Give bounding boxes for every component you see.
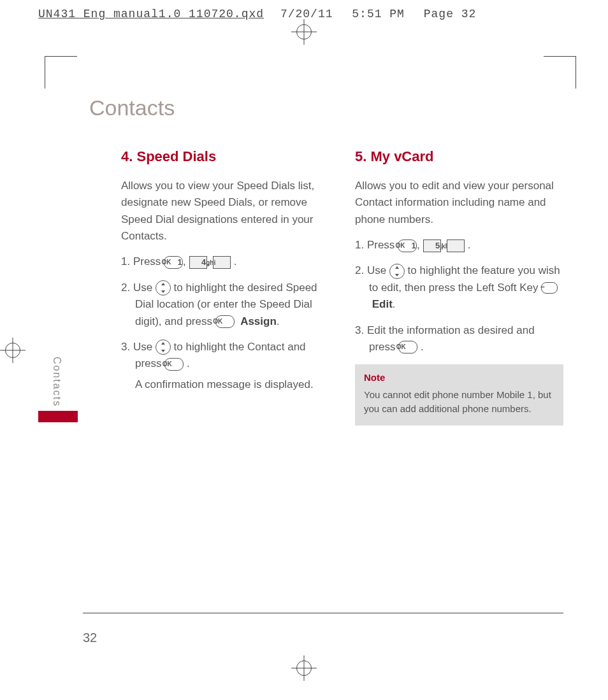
slug-time: 5:51 PM bbox=[352, 8, 405, 20]
vstep1-pre: 1. Press bbox=[355, 239, 398, 251]
nav-key-icon bbox=[389, 264, 405, 279]
page-number: 32 bbox=[83, 631, 97, 645]
vstep2-pre: 2. Use bbox=[355, 264, 389, 276]
column-left: 4. Speed Dials Allows you to view your S… bbox=[121, 146, 329, 425]
assign-label: Assign bbox=[240, 315, 277, 327]
print-slug: UN431_Eng_manual1.0_110720.qxd 7/20/11 5… bbox=[38, 8, 570, 20]
slug-page: Page 32 bbox=[424, 8, 477, 20]
key-4-icon: 4ghi bbox=[213, 256, 231, 269]
vstep3-tail: . bbox=[417, 341, 423, 353]
section-title-speed-dials: 4. Speed Dials bbox=[121, 146, 329, 168]
vcard-step2: 2. Use to highlight the feature you wish… bbox=[355, 262, 563, 313]
vstep3-pre: 3. Edit the information as desired and p… bbox=[355, 324, 535, 353]
left-soft-key-icon: – bbox=[541, 282, 558, 294]
step3-after: A confirmation message is displayed. bbox=[135, 376, 329, 393]
vcomma1: , bbox=[417, 239, 423, 251]
note-body: You cannot edit phone number Mobile 1, b… bbox=[364, 389, 551, 415]
side-tab-label: Contacts bbox=[51, 357, 62, 407]
nav-key-icon bbox=[156, 339, 171, 355]
speed-dials-step2: 2. Use to highlight the desired Speed Di… bbox=[121, 280, 329, 330]
speed-dials-step3: 3. Use to highlight the Contact and pres… bbox=[121, 339, 329, 393]
crop-mark-bottom bbox=[291, 655, 317, 681]
speed-dials-step1: 1. Press OK, 1, 4ghi . bbox=[121, 254, 329, 270]
step3-pre: 3. Use bbox=[121, 341, 156, 353]
ok-key-icon: OK bbox=[164, 358, 184, 371]
slug-date: 7/20/11 bbox=[280, 8, 333, 20]
edit-label: Edit bbox=[372, 298, 393, 310]
key-5-icon: 5jkl bbox=[447, 239, 465, 252]
corner-mark-tl bbox=[45, 56, 77, 89]
side-tab-bar bbox=[38, 411, 78, 422]
step3-tail: . bbox=[184, 357, 189, 369]
column-right: 5. My vCard Allows you to edit and view … bbox=[355, 146, 563, 425]
note-box: Note You cannot edit phone number Mobile… bbox=[355, 364, 563, 425]
side-tab: Contacts bbox=[38, 357, 78, 422]
section-title-my-vcard: 5. My vCard bbox=[355, 146, 563, 168]
step1-pre: 1. Press bbox=[121, 255, 164, 268]
vperiod1: . bbox=[465, 239, 470, 251]
step2-pre: 2. Use bbox=[121, 282, 156, 294]
nav-key-icon bbox=[156, 280, 171, 296]
chapter-title: Contacts bbox=[89, 96, 563, 120]
vcard-step1: 1. Press OK, 1, 5jkl . bbox=[355, 237, 563, 254]
corner-mark-tr bbox=[544, 56, 576, 89]
crop-mark-left bbox=[0, 338, 25, 363]
slug-filename: UN431_Eng_manual1.0_110720.qxd bbox=[38, 8, 264, 20]
vcard-intro: Allows you to edit and view your persona… bbox=[355, 178, 563, 228]
vcard-step3: 3. Edit the information as desired and p… bbox=[355, 322, 563, 356]
period1: . bbox=[231, 255, 236, 268]
crop-mark-top bbox=[291, 19, 317, 45]
ok-key-icon: OK bbox=[215, 315, 235, 328]
speed-dials-intro: Allows you to view your Speed Dials list… bbox=[121, 178, 329, 245]
ok-key-icon: OK bbox=[398, 341, 417, 354]
comma1: , bbox=[183, 255, 189, 268]
note-label: Note bbox=[364, 371, 554, 385]
